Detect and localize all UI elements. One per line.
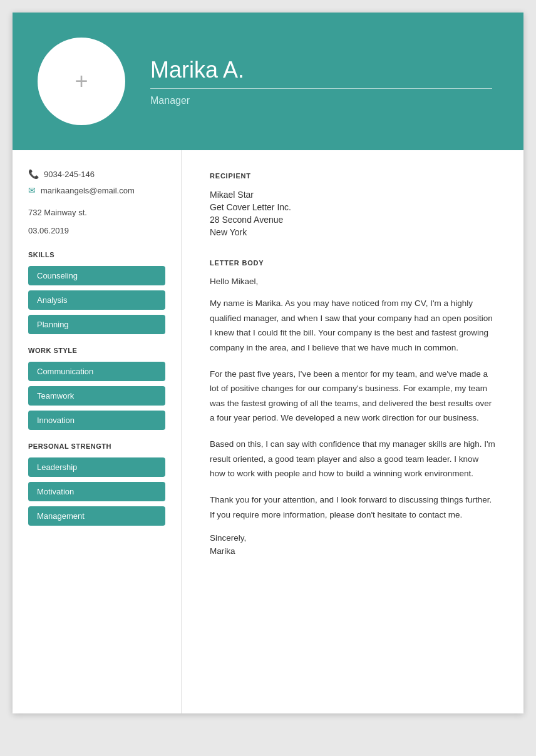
skill-counseling: Counseling xyxy=(28,266,165,285)
avatar[interactable]: + xyxy=(38,38,125,125)
recipient-city: New York xyxy=(210,227,495,237)
skill-leadership: Leadership xyxy=(28,457,165,477)
skill-innovation: Innovation xyxy=(28,411,165,430)
address: 732 Mainway st. xyxy=(28,208,87,217)
phone-number: 9034-245-146 xyxy=(44,170,95,179)
skill-teamwork: Teamwork xyxy=(28,386,165,406)
date-block: 03.06.2019 xyxy=(28,226,165,235)
recipient-name: Mikael Star xyxy=(210,190,495,200)
skill-planning: Planning xyxy=(28,315,165,334)
letter-paragraph-2: For the past five years, I've been a men… xyxy=(210,367,495,426)
applicant-name: Marika A. xyxy=(150,57,492,83)
header-divider xyxy=(150,88,492,89)
main-content: RECIPIENT Mikael Star Get Cover Letter I… xyxy=(182,150,523,713)
address-block: 732 Mainway st. xyxy=(28,207,165,220)
header-section: + Marika A. Manager xyxy=(13,13,523,150)
letter-body-title: LETTER BODY xyxy=(210,259,495,267)
resume-page: + Marika A. Manager 📞 9034-245-146 ✉ mar… xyxy=(13,13,523,713)
add-photo-icon[interactable]: + xyxy=(75,68,88,94)
letter-paragraph-3: Based on this, I can say with confidence… xyxy=(210,437,495,481)
recipient-address: 28 Second Avenue xyxy=(210,215,495,225)
recipient-company: Get Cover Letter Inc. xyxy=(210,202,495,212)
header-info: Marika A. Manager xyxy=(150,57,492,106)
sidebar: 📞 9034-245-146 ✉ marikaangels@email.com … xyxy=(13,150,182,713)
phone-icon: 📞 xyxy=(28,169,39,179)
date: 03.06.2019 xyxy=(28,226,69,235)
letter-salutation: Hello Mikael, xyxy=(210,277,495,286)
email-contact: ✉ marikaangels@email.com xyxy=(28,185,165,195)
email-icon: ✉ xyxy=(28,185,36,195)
skill-analysis: Analysis xyxy=(28,290,165,310)
letter-paragraph-4: Thank you for your attention, and I look… xyxy=(210,493,495,522)
skills-label: SKILLS xyxy=(28,251,165,258)
letter-section: LETTER BODY Hello Mikael, My name is Mar… xyxy=(210,259,495,556)
letter-signature: Marika xyxy=(210,546,495,556)
letter-paragraph-1: My name is Marika. As you may have notic… xyxy=(210,296,495,355)
skill-motivation: Motivation xyxy=(28,482,165,501)
recipient-section-title: RECIPIENT xyxy=(210,172,495,180)
phone-contact: 📞 9034-245-146 xyxy=(28,169,165,179)
skill-communication: Communication xyxy=(28,362,165,381)
personal-strength-label: PERSONAL STRENGTH xyxy=(28,442,165,450)
skill-management: Management xyxy=(28,506,165,526)
body-section: 📞 9034-245-146 ✉ marikaangels@email.com … xyxy=(13,150,523,713)
applicant-title: Manager xyxy=(150,95,492,106)
letter-closing: Sincerely, xyxy=(210,533,495,543)
email-address: marikaangels@email.com xyxy=(41,186,135,195)
work-style-label: WORK STYLE xyxy=(28,347,165,354)
